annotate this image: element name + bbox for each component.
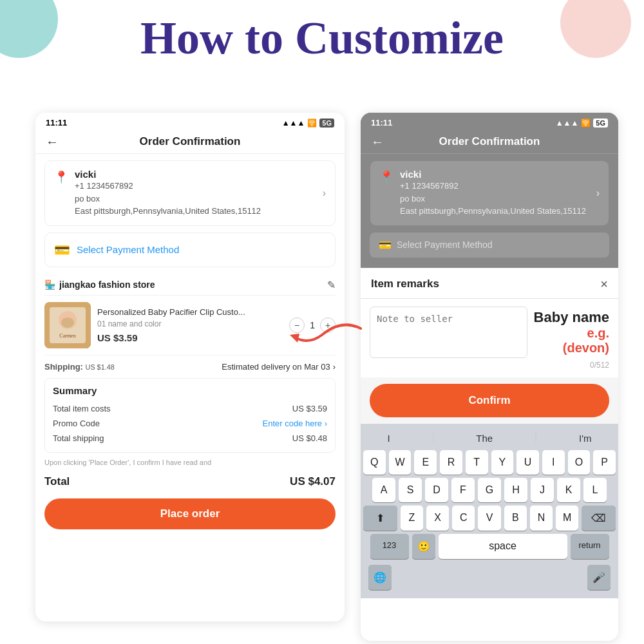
arrow-svg — [283, 316, 367, 354]
summary-promo-row[interactable]: Promo Code Enter code here › — [53, 416, 327, 431]
address-card-left[interactable]: 📍 vicki +1 1234567892 po box East pittsb… — [44, 160, 336, 226]
deco-circle-pink — [560, 0, 631, 58]
key-s[interactable]: S — [399, 478, 422, 502]
key-o[interactable]: O — [568, 450, 591, 475]
shipping-estimated: Estimated delivery on Mar 03 — [222, 362, 330, 372]
phone-right: 11:11 ▲▲▲ 🛜 5G ← Order Confirmation 📍 vi… — [361, 113, 618, 641]
place-order-button[interactable]: Place order — [44, 498, 336, 529]
status-bar-left: 11:11 ▲▲▲ 🛜 5G — [35, 113, 345, 130]
confirm-button[interactable]: Confirm — [370, 384, 609, 417]
key-shift[interactable]: ⬆ — [363, 506, 397, 531]
total-value: US $4.07 — [290, 475, 336, 488]
signal-icon-right: ▲▲▲ — [556, 118, 579, 128]
battery-icon-right: 5G — [593, 118, 608, 128]
addr-line2-right: East pittsburgh,Pennsylvania,United Stat… — [400, 205, 590, 218]
key-t[interactable]: T — [466, 450, 488, 475]
total-row: Total US $4.07 — [35, 470, 345, 493]
keyboard-row-2: A S D F G H J K L — [363, 478, 616, 502]
baby-name-eg: e.g. (devon) — [534, 326, 609, 355]
summary-title: Summary — [53, 385, 327, 396]
shipping-row: Shipping: US $1.48 Estimated delivery on… — [44, 355, 336, 378]
deco-circle-teal — [0, 0, 58, 58]
remarks-close-button[interactable]: × — [600, 277, 608, 292]
suggestion-i[interactable]: I — [381, 431, 396, 445]
key-q[interactable]: Q — [363, 450, 386, 475]
key-u[interactable]: U — [516, 450, 539, 475]
key-a[interactable]: A — [372, 478, 395, 502]
suggestion-im[interactable]: I'm — [573, 431, 598, 445]
key-space[interactable]: space — [439, 534, 567, 559]
note-to-seller-input[interactable] — [370, 307, 527, 358]
nav-bar-left: ← Order Confirmation — [35, 130, 345, 154]
key-y[interactable]: Y — [491, 450, 514, 475]
key-l[interactable]: L — [583, 478, 607, 502]
product-price: US $3.59 — [97, 332, 283, 343]
payment-label: Select Payment Method — [77, 244, 179, 255]
addr-line1-right: po box — [400, 193, 590, 205]
status-icons-left: ▲▲▲ 🛜 5G — [282, 118, 334, 128]
key-h[interactable]: H — [504, 478, 527, 502]
key-d[interactable]: D — [425, 478, 448, 502]
back-button-right[interactable]: ← — [371, 135, 384, 149]
remarks-header: Item remarks × — [361, 268, 618, 299]
key-k[interactable]: K — [557, 478, 580, 502]
key-backspace[interactable]: ⌫ — [582, 506, 616, 531]
key-m[interactable]: M — [556, 506, 578, 531]
key-f[interactable]: F — [451, 478, 475, 502]
payment-row-left[interactable]: 💳 Select Payment Method — [44, 232, 336, 267]
location-icon-right: 📍 — [379, 170, 393, 184]
key-i[interactable]: I — [542, 450, 565, 475]
key-z[interactable]: Z — [401, 506, 423, 531]
promo-value[interactable]: Enter code here › — [263, 419, 327, 428]
total-items-label: Total item costs — [53, 404, 111, 413]
battery-icon: 5G — [319, 118, 334, 128]
svg-point-3 — [61, 317, 74, 328]
addr-name: vicki — [75, 169, 316, 180]
edit-icon[interactable]: ✎ — [327, 279, 336, 291]
back-button-left[interactable]: ← — [46, 135, 59, 149]
remarks-title: Item remarks — [371, 278, 439, 290]
addr-phone: +1 1234567892 — [75, 180, 316, 193]
key-mic[interactable]: 🎤 — [587, 565, 611, 590]
summary-box: Summary Total item costs US $3.59 Promo … — [44, 378, 336, 453]
key-b[interactable]: B — [504, 506, 527, 531]
key-emoji[interactable]: 🙂 — [412, 534, 435, 559]
signal-icon: ▲▲▲ — [282, 118, 305, 128]
shipping-arrow: › — [333, 362, 336, 372]
key-c[interactable]: C — [452, 506, 475, 531]
svg-marker-5 — [290, 334, 299, 343]
addr-phone-right: +1 1234567892 — [400, 180, 590, 193]
key-v[interactable]: V — [478, 506, 500, 531]
status-bar-right: 11:11 ▲▲▲ 🛜 5G — [361, 113, 618, 130]
nav-title-right: Order Confirmation — [439, 135, 540, 148]
total-shipping-value: US $0.48 — [292, 433, 327, 443]
key-x[interactable]: X — [426, 506, 449, 531]
key-p[interactable]: P — [593, 450, 616, 475]
key-n[interactable]: N — [530, 506, 553, 531]
keyboard-row-3: ⬆ Z X C V B N M ⌫ — [363, 506, 616, 531]
keyboard-row-1: Q W E R T Y U I O P — [363, 450, 616, 475]
arrow-annotation — [283, 316, 367, 354]
remarks-modal: Item remarks × Baby name e.g. (devon) 0/… — [361, 268, 618, 598]
key-g[interactable]: G — [478, 478, 501, 502]
page-title: How to Customize — [140, 12, 504, 65]
key-w[interactable]: W — [389, 450, 412, 475]
wifi-icon-right: 🛜 — [581, 118, 591, 128]
key-j[interactable]: J — [531, 478, 554, 502]
address-card-right[interactable]: 📍 vicki +1 1234567892 po box East pittsb… — [370, 160, 609, 226]
suggestion-the[interactable]: The — [469, 431, 499, 445]
store-name: jiangkao fashion store — [59, 279, 155, 290]
location-icon: 📍 — [54, 170, 68, 184]
addr-line2: East pittsburgh,Pennsylvania,United Stat… — [75, 205, 316, 218]
key-return[interactable]: return — [571, 534, 609, 559]
nav-bar-right: ← Order Confirmation — [361, 130, 618, 154]
key-e[interactable]: E — [414, 450, 437, 475]
time-right: 11:11 — [371, 118, 392, 128]
svg-text:Carmen: Carmen — [59, 333, 75, 339]
time-left: 11:11 — [46, 118, 67, 128]
key-globe[interactable]: 🌐 — [368, 565, 392, 590]
key-r[interactable]: R — [440, 450, 462, 475]
key-123[interactable]: 123 — [370, 534, 409, 559]
product-image-svg: Carmen — [44, 302, 91, 348]
keyboard-suggestions: I | The | I'm — [363, 429, 616, 450]
